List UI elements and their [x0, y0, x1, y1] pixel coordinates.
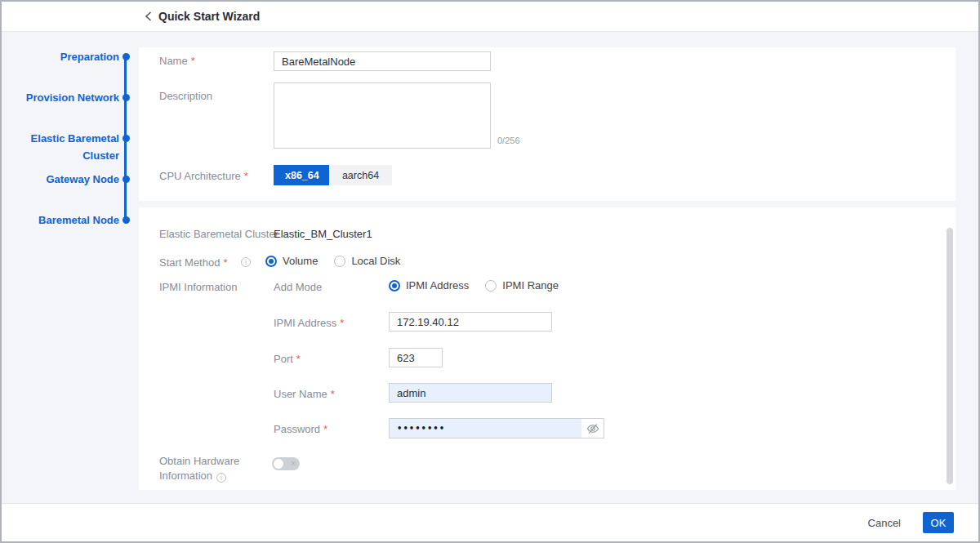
chevron-left-icon	[145, 11, 153, 21]
page-title: Quick Start Wizard	[158, 10, 260, 23]
ipmi-address-label: IPMI Address	[274, 317, 344, 329]
radio-selected-icon	[265, 256, 277, 267]
user-name-input[interactable]	[389, 383, 552, 403]
add-mode-label: Add Mode	[274, 281, 322, 293]
radio-selected-icon	[389, 280, 400, 292]
port-input[interactable]	[389, 348, 443, 367]
baremetal-node-panel: Elastic Baremetal Cluster Elastic_BM_Clu…	[139, 207, 956, 490]
wizard-footer: Cancel OK	[2, 503, 978, 541]
add-mode-radio-group: IPMI Address IPMI Range	[389, 279, 575, 292]
add-mode-option-ipmi-range[interactable]: IPMI Range	[485, 279, 559, 292]
step-dot	[122, 53, 130, 60]
description-label: Description	[159, 90, 212, 102]
toggle-off-x-icon: ×	[291, 457, 296, 470]
radio-unselected-icon	[334, 256, 345, 267]
add-mode-option-ipmi-address[interactable]: IPMI Address	[389, 279, 469, 292]
obtain-hardware-toggle[interactable]: ×	[272, 457, 300, 470]
cancel-button[interactable]: Cancel	[868, 517, 901, 529]
start-method-info-icon[interactable]	[241, 257, 251, 267]
basic-info-panel: Name Description 0/256 CPU Architecture …	[139, 47, 956, 201]
stepper-item-provision-network[interactable]: Provision Network	[2, 89, 119, 105]
start-method-option-local-disk[interactable]: Local Disk	[334, 255, 400, 267]
description-counter: 0/256	[497, 136, 520, 145]
cpu-architecture-label: CPU Architecture	[159, 170, 248, 182]
stepper-item-preparation[interactable]: Preparation	[2, 48, 119, 65]
quick-start-wizard-window: Quick Start Wizard Preparation Provision…	[0, 0, 980, 543]
stepper-item-elastic-baremetal-cluster[interactable]: Elastic Baremetal Cluster	[2, 130, 119, 146]
ok-button[interactable]: OK	[923, 512, 954, 533]
cpu-arch-option-aarch64[interactable]: aarch64	[329, 165, 392, 185]
back-button[interactable]	[142, 10, 155, 23]
password-label: Password	[274, 423, 327, 435]
stepper-item-baremetal-node[interactable]: Baremetal Node	[2, 211, 119, 228]
password-field	[389, 418, 604, 438]
cpu-architecture-selector: x86_64 aarch64	[274, 165, 392, 185]
wizard-stepper: Preparation Provision Network Elastic Ba…	[2, 33, 140, 502]
scrollbar-thumb[interactable]	[947, 228, 953, 484]
cpu-arch-option-x86-64[interactable]: x86_64	[274, 165, 329, 185]
eye-slash-icon	[586, 423, 599, 434]
toggle-password-visibility-button[interactable]	[581, 419, 604, 438]
password-input[interactable]	[390, 419, 581, 438]
ipmi-address-input[interactable]	[389, 312, 552, 332]
step-dot	[122, 216, 130, 224]
stepper-item-gateway-node[interactable]: Gateway Node	[2, 171, 119, 187]
description-textarea[interactable]	[274, 82, 491, 149]
obtain-hardware-info-icon[interactable]	[216, 473, 226, 483]
ipmi-information-label: IPMI Information	[159, 281, 237, 293]
step-dot	[122, 176, 130, 183]
start-method-label: Start Method	[159, 256, 228, 269]
obtain-hardware-label-line2: Information	[159, 470, 226, 483]
cluster-value: Elastic_BM_Cluster1	[274, 228, 372, 240]
start-method-option-volume[interactable]: Volume	[265, 255, 318, 267]
name-input[interactable]	[274, 51, 491, 71]
port-label: Port	[274, 353, 301, 365]
toggle-knob	[274, 459, 283, 469]
wizard-header: Quick Start Wizard	[2, 2, 978, 32]
step-dot	[122, 94, 130, 101]
wizard-body: Preparation Provision Network Elastic Ba…	[2, 33, 978, 502]
radio-unselected-icon	[485, 280, 497, 292]
name-label: Name	[159, 55, 195, 67]
start-method-radio-group: Volume Local Disk	[265, 255, 416, 267]
cluster-label: Elastic Baremetal Cluster	[159, 228, 278, 240]
obtain-hardware-label-line1: Obtain Hardware	[159, 455, 239, 467]
step-dot	[122, 135, 130, 142]
user-name-label: User Name	[274, 388, 335, 400]
